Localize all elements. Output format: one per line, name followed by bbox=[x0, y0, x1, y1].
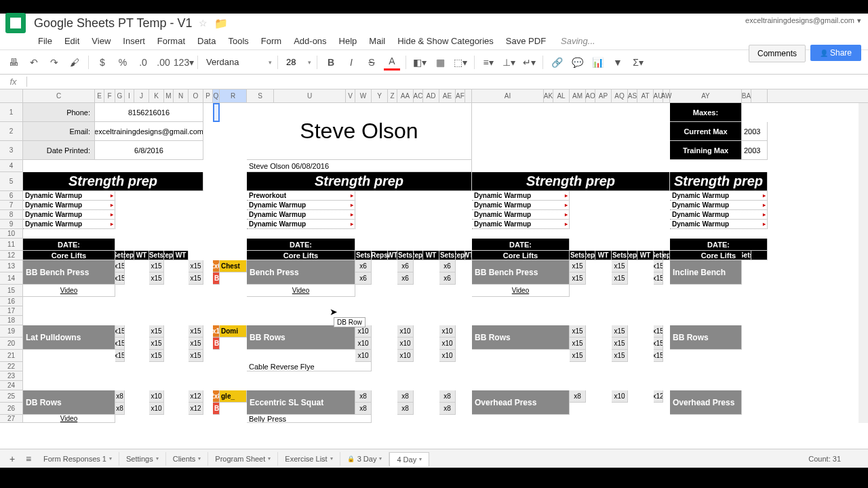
rep[interactable]: x8 bbox=[570, 390, 586, 403]
sets-header[interactable]: Sets bbox=[397, 251, 414, 260]
row-header[interactable]: 3 bbox=[0, 141, 23, 160]
percent-icon[interactable]: % bbox=[115, 54, 131, 70]
exercise-bb-bench-3[interactable]: BB Bench Press bbox=[472, 260, 570, 285]
account-email[interactable]: exceltrainingdesigns@gmail.com▾ bbox=[745, 16, 861, 25]
row-header[interactable]: 22 bbox=[0, 362, 23, 371]
rep[interactable]: x8 bbox=[439, 390, 456, 403]
sheet-tab[interactable]: 4 Day▾ bbox=[389, 452, 429, 466]
col-header[interactable]: V bbox=[346, 89, 355, 102]
warmup-row[interactable]: Dynamic Warmup bbox=[23, 220, 115, 229]
strength-prep-header[interactable]: Strength prep bbox=[247, 172, 472, 191]
doc-title[interactable]: Google Sheets PT Temp - V1 bbox=[34, 16, 192, 30]
functions-icon[interactable]: Σ▾ bbox=[630, 54, 646, 70]
row-header[interactable]: 26 bbox=[0, 403, 23, 415]
video-link[interactable]: Video bbox=[23, 285, 115, 297]
date-header[interactable]: DATE: bbox=[670, 239, 768, 251]
tag-blank[interactable]: Blank bbox=[213, 272, 220, 285]
rep[interactable]: x15 bbox=[612, 338, 628, 350]
sets-header[interactable]: Sets bbox=[149, 251, 164, 260]
row-header[interactable]: 5 bbox=[0, 172, 23, 191]
row-header[interactable]: 2 bbox=[0, 122, 23, 141]
date-header[interactable]: DATE: bbox=[247, 239, 355, 251]
all-sheets-icon[interactable]: ≡ bbox=[20, 451, 37, 467]
col-header[interactable]: M bbox=[164, 89, 174, 102]
menu-data[interactable]: Data bbox=[192, 33, 221, 49]
tag-chest[interactable]: Chest bbox=[220, 260, 247, 272]
current-max-value[interactable]: 2003 bbox=[742, 122, 768, 141]
rep[interactable]: x15 bbox=[570, 260, 586, 272]
comments-button[interactable]: Comments bbox=[749, 45, 806, 62]
warmup-row[interactable]: Dynamic Warmup bbox=[670, 220, 768, 229]
row-header[interactable]: 18 bbox=[0, 316, 23, 325]
date-header[interactable]: DATE: bbox=[472, 239, 570, 251]
undo-icon[interactable]: ↶ bbox=[26, 54, 42, 70]
rep[interactable]: x6 bbox=[397, 260, 414, 272]
menu-file[interactable]: File bbox=[33, 33, 58, 49]
col-header[interactable]: S bbox=[247, 89, 274, 102]
col-header[interactable]: N bbox=[174, 89, 189, 102]
date-value[interactable]: 6/8/2016 bbox=[95, 141, 203, 160]
rep[interactable]: x15 bbox=[189, 325, 203, 338]
chart-icon[interactable]: 📊 bbox=[589, 54, 606, 70]
wt-header[interactable]: WT bbox=[134, 251, 149, 260]
current-max-label[interactable]: Current Max bbox=[670, 122, 742, 141]
rep[interactable]: x10 bbox=[355, 338, 372, 350]
rep[interactable]: x8 bbox=[355, 390, 372, 403]
font-size-input[interactable] bbox=[283, 56, 304, 68]
menu-format[interactable]: Format bbox=[152, 33, 191, 49]
menu-view[interactable]: View bbox=[86, 33, 116, 49]
reps-header[interactable]: Reps bbox=[663, 251, 670, 260]
rep[interactable]: x15 bbox=[149, 325, 164, 338]
phone-value[interactable]: 8156216016 bbox=[95, 103, 203, 122]
col-header[interactable]: AP bbox=[595, 89, 612, 102]
client-name[interactable]: Steve Olson bbox=[247, 103, 472, 160]
rep[interactable]: x15 bbox=[189, 350, 203, 362]
col-header[interactable]: Y bbox=[372, 89, 388, 102]
rep[interactable]: x6 bbox=[397, 272, 414, 285]
rep[interactable]: x15 bbox=[654, 260, 663, 272]
strength-prep-header[interactable]: Strength prep bbox=[670, 172, 768, 191]
video-link[interactable]: Video bbox=[247, 285, 355, 297]
video-link[interactable]: Video bbox=[472, 285, 570, 297]
warmup-row[interactable]: Dynamic Warmup bbox=[23, 201, 115, 210]
share-button[interactable]: Share bbox=[810, 45, 861, 61]
warmup-row[interactable]: Dynamic Warmup bbox=[247, 220, 355, 229]
col-header[interactable] bbox=[751, 89, 768, 102]
col-header[interactable]: I bbox=[125, 89, 134, 102]
maxes-title[interactable]: Maxes: bbox=[670, 103, 742, 122]
menu-addons[interactable]: Add-ons bbox=[288, 33, 332, 49]
wt-header[interactable]: WT bbox=[423, 251, 439, 260]
merge-icon[interactable]: ⬚▾ bbox=[452, 54, 469, 70]
warmup-row[interactable]: Dynamic Warmup bbox=[247, 201, 355, 210]
sheet-tab[interactable]: Program Sheet▾ bbox=[208, 452, 278, 466]
rep[interactable]: x15 bbox=[115, 338, 125, 350]
rep[interactable]: x8 bbox=[439, 403, 456, 415]
col-header[interactable]: J bbox=[134, 89, 149, 102]
row-header[interactable]: 20 bbox=[0, 338, 23, 350]
rep[interactable]: x15 bbox=[149, 260, 164, 272]
cable-reverse-flye[interactable]: Cable Reverse Flye bbox=[247, 362, 372, 371]
rep[interactable]: x8 bbox=[397, 403, 414, 415]
exercise-incline-bench[interactable]: Incline Bench bbox=[670, 260, 742, 285]
star-icon[interactable]: ☆ bbox=[199, 18, 208, 28]
rep[interactable]: x15 bbox=[612, 260, 628, 272]
rep[interactable]: x15 bbox=[570, 350, 586, 362]
paint-format-icon[interactable]: 🖌 bbox=[66, 54, 83, 70]
menu-form[interactable]: Form bbox=[256, 33, 287, 49]
active-cell[interactable] bbox=[213, 103, 220, 122]
rep[interactable]: x15 bbox=[654, 272, 663, 285]
borders-icon[interactable]: ▦ bbox=[432, 54, 448, 70]
core-lifts-header[interactable]: Core Lifts bbox=[670, 251, 768, 260]
reps-header[interactable]: Reps bbox=[372, 251, 388, 260]
warmup-row[interactable]: Dynamic Warmup bbox=[23, 210, 115, 220]
row-header[interactable]: 19 bbox=[0, 325, 23, 338]
text-color-icon[interactable]: A bbox=[384, 54, 400, 70]
italic-icon[interactable]: I bbox=[343, 54, 359, 70]
phone-label[interactable]: Phone: bbox=[23, 103, 95, 122]
rep[interactable]: x15 bbox=[115, 325, 125, 338]
col-header[interactable]: AA bbox=[397, 89, 414, 102]
more-formats-icon[interactable]: 123▾ bbox=[176, 54, 192, 70]
rep[interactable]: x15 bbox=[115, 350, 125, 362]
rep[interactable]: x15 bbox=[570, 272, 586, 285]
rep[interactable]: x10 bbox=[149, 403, 164, 415]
